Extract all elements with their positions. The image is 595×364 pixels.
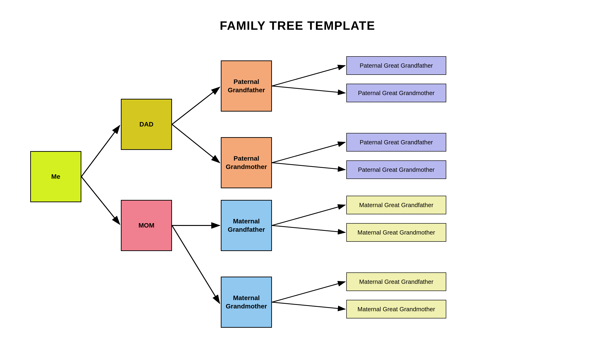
maternal-grandfather-label: Maternal Grandfather (228, 217, 265, 234)
pat-great-grandfather-2-label: Paternal Great Grandfather (360, 139, 433, 146)
pat-great-grandmother-1-box[interactable]: Paternal Great Grandmother (346, 84, 446, 102)
mom-box[interactable]: MOM (121, 200, 172, 251)
me-label: Me (51, 172, 60, 181)
maternal-grandmother-box[interactable]: Maternal Grandmother (221, 277, 272, 328)
mat-great-grandfather-1-box[interactable]: Maternal Great Grandfather (346, 196, 446, 214)
page: FAMILY TREE TEMPLATE (0, 0, 595, 364)
pat-great-grandfather-2-box[interactable]: Paternal Great Grandfather (346, 133, 446, 151)
svg-line-14 (272, 302, 345, 309)
mat-great-grandmother-1-label: Maternal Great Grandmother (357, 229, 435, 236)
paternal-grandfather-label: Paternal Grandfather (228, 78, 265, 95)
me-box[interactable]: Me (30, 151, 81, 202)
svg-line-12 (272, 225, 345, 232)
dad-box[interactable]: DAD (121, 99, 172, 150)
svg-line-13 (272, 282, 345, 302)
page-title: FAMILY TREE TEMPLATE (0, 0, 595, 33)
paternal-grandmother-box[interactable]: Paternal Grandmother (221, 137, 272, 188)
paternal-grandmother-label: Paternal Grandmother (226, 154, 267, 171)
mat-great-grandmother-2-label: Maternal Great Grandmother (357, 306, 435, 313)
mat-great-grandfather-2-box[interactable]: Maternal Great Grandfather (346, 272, 446, 291)
svg-line-1 (81, 126, 120, 177)
maternal-grandfather-box[interactable]: Maternal Grandfather (221, 200, 272, 251)
mat-great-grandfather-1-label: Maternal Great Grandfather (359, 201, 433, 209)
pat-great-grandmother-2-label: Paternal Great Grandmother (358, 166, 435, 173)
svg-line-6 (172, 225, 220, 303)
connector-lines (0, 37, 595, 364)
pat-great-grandfather-1-box[interactable]: Paternal Great Grandfather (346, 56, 446, 75)
svg-line-2 (81, 177, 120, 224)
svg-line-10 (272, 163, 345, 170)
mat-great-grandmother-2-box[interactable]: Maternal Great Grandmother (346, 300, 446, 318)
svg-line-8 (272, 86, 345, 93)
mom-label: MOM (139, 221, 154, 230)
mat-great-grandfather-2-label: Maternal Great Grandfather (359, 278, 433, 285)
pat-great-grandmother-2-box[interactable]: Paternal Great Grandmother (346, 160, 446, 179)
tree-container: Me DAD MOM Paternal Grandfather Paternal… (0, 37, 595, 364)
svg-line-4 (172, 124, 220, 163)
pat-great-grandfather-1-label: Paternal Great Grandfather (360, 62, 433, 69)
pat-great-grandmother-1-label: Paternal Great Grandmother (358, 89, 435, 97)
paternal-grandfather-box[interactable]: Paternal Grandfather (221, 60, 272, 112)
svg-line-3 (172, 87, 220, 124)
mat-great-grandmother-1-box[interactable]: Maternal Great Grandmother (346, 223, 446, 242)
maternal-grandmother-label: Maternal Grandmother (226, 294, 267, 311)
svg-line-9 (272, 142, 345, 163)
svg-line-11 (272, 205, 345, 225)
svg-line-7 (272, 65, 345, 86)
dad-label: DAD (140, 120, 154, 128)
